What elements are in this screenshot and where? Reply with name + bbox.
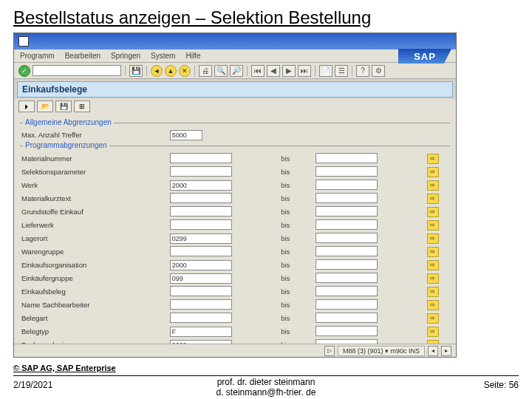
from-input[interactable] (170, 166, 232, 177)
to-input[interactable] (316, 206, 378, 216)
to-input[interactable] (316, 259, 378, 270)
multi-select-icon[interactable]: ⇨ (427, 154, 439, 164)
from-input[interactable] (170, 193, 232, 203)
status-nav-right-icon[interactable]: ▸ (441, 346, 451, 356)
multi-select-icon[interactable]: ⇨ (427, 220, 439, 231)
variant-save-icon[interactable]: 💾 (55, 100, 72, 112)
multi-select-icon[interactable]: ⇨ (427, 247, 439, 257)
help-icon[interactable]: ? (356, 65, 369, 77)
new-session-icon[interactable]: 📄 (319, 65, 332, 77)
to-input[interactable] (316, 313, 378, 323)
first-page-icon[interactable]: ⏮ (251, 65, 265, 77)
multi-select-icon[interactable]: ⇨ (427, 340, 439, 344)
command-field[interactable] (33, 65, 121, 76)
field-label: Buchungskreis (20, 338, 168, 344)
selection-row: Selektionsparameterbis⇨ (20, 166, 450, 178)
multi-select-icon[interactable]: ⇨ (427, 300, 439, 310)
to-input[interactable] (316, 286, 378, 296)
bis-label: bis (279, 152, 314, 165)
from-input[interactable]: 099 (170, 273, 232, 284)
multi-select-icon[interactable]: ⇨ (427, 167, 439, 177)
field-label: Selektionsparameter (20, 166, 168, 178)
dynamic-sel-icon[interactable]: ⊞ (74, 100, 90, 112)
max-hits-input[interactable]: 5000 (170, 130, 202, 140)
from-input[interactable]: 0299 (170, 233, 232, 244)
to-input[interactable] (316, 299, 378, 310)
bis-label: bis (279, 192, 314, 205)
multi-select-icon[interactable]: ⇨ (427, 287, 439, 297)
bis-label: bis (279, 338, 314, 344)
execute-icon[interactable]: ⏵ (18, 100, 35, 112)
find-icon[interactable]: 🔍 (214, 65, 228, 77)
multi-select-icon[interactable]: ⇨ (427, 233, 439, 244)
field-label: Name Sachbearbeiter (20, 299, 168, 311)
from-input[interactable]: 0099 (170, 340, 232, 344)
screen-title: Einkaufsbelege (17, 81, 453, 98)
from-input[interactable] (170, 246, 232, 256)
to-input[interactable] (316, 326, 378, 336)
multi-select-icon[interactable]: ⇨ (427, 194, 439, 204)
row-max-hits: Max. Anzahl Treffer 5000 (20, 129, 450, 140)
status-server: M88 (3) (901) ▾ m90c INS (338, 346, 425, 356)
prev-page-icon[interactable]: ◀ (267, 65, 280, 77)
last-page-icon[interactable]: ⏭ (298, 65, 311, 77)
multi-select-icon[interactable]: ⇨ (427, 327, 439, 337)
selection-row: Buchungskreis0099bis⇨ (20, 338, 450, 344)
menu-system[interactable]: System (151, 52, 175, 60)
selection-row: Lieferwerkbis⇨ (20, 219, 450, 231)
selection-row: Belegartbis⇨ (20, 312, 450, 324)
shortcut-icon[interactable]: ☰ (335, 65, 348, 77)
from-input[interactable] (170, 286, 232, 296)
status-msg-icon[interactable]: ▷ (324, 346, 335, 356)
multi-select-icon[interactable]: ⇨ (427, 260, 439, 270)
selection-row: Grundstoffe Einkaufbis⇨ (20, 205, 450, 218)
enter-icon[interactable]: ✓ (18, 65, 30, 77)
bis-label: bis (279, 219, 314, 231)
from-input[interactable] (170, 219, 232, 230)
selection-row: Materialnummerbis⇨ (20, 152, 450, 165)
menu-edit[interactable]: Bearbeiten (65, 52, 100, 60)
status-nav-left-icon[interactable]: ◂ (428, 346, 438, 356)
multi-select-icon[interactable]: ⇨ (427, 313, 439, 324)
group-program: Programmabgrenzungen Materialnummerbis⇨S… (20, 146, 450, 344)
to-input[interactable] (316, 193, 378, 203)
to-input[interactable] (316, 339, 378, 344)
find-next-icon[interactable]: 🔎 (230, 65, 243, 77)
from-input[interactable] (170, 206, 232, 216)
bis-label: bis (279, 259, 314, 271)
exit-icon[interactable]: ▲ (165, 65, 177, 77)
field-label: Belegtyp (20, 325, 168, 338)
to-input[interactable] (316, 233, 378, 243)
to-input[interactable] (316, 180, 378, 190)
selection-row: Materialkurztextbis⇨ (20, 192, 450, 205)
from-input[interactable]: 2000 (170, 260, 232, 270)
menu-help[interactable]: Hilfe (185, 52, 200, 60)
layout-icon[interactable]: ⚙ (372, 65, 385, 77)
from-input[interactable] (170, 153, 232, 163)
to-input[interactable] (316, 219, 378, 230)
print-icon[interactable]: 🖨 (199, 65, 212, 77)
sap-logo: SAP (398, 49, 451, 64)
cancel-icon[interactable]: ✕ (179, 65, 191, 77)
variant-get-icon[interactable]: 📂 (37, 100, 53, 112)
menu-program[interactable]: Programm (20, 52, 55, 60)
from-input[interactable]: F (170, 327, 232, 337)
multi-select-icon[interactable]: ⇨ (427, 273, 439, 284)
to-input[interactable] (316, 273, 378, 283)
back-icon[interactable]: ◄ (151, 65, 163, 77)
to-input[interactable] (316, 166, 378, 177)
bis-label: bis (279, 179, 314, 191)
next-page-icon[interactable]: ▶ (282, 65, 296, 77)
to-input[interactable] (316, 246, 378, 256)
menu-goto[interactable]: Springen (111, 52, 140, 60)
save-icon[interactable]: 💾 (129, 65, 143, 77)
statusbar: ▷ M88 (3) (901) ▾ m90c INS ◂ ▸ (14, 344, 456, 357)
from-input[interactable] (170, 299, 232, 310)
to-input[interactable] (316, 153, 378, 163)
multi-select-icon[interactable]: ⇨ (427, 207, 439, 217)
from-input[interactable] (170, 313, 232, 323)
multi-select-icon[interactable]: ⇨ (427, 180, 439, 191)
standard-toolbar: ✓ 💾 ◄ ▲ ✕ 🖨 🔍 🔎 ⏮ ◀ ▶ ⏭ 📄 ☰ ? ⚙ (14, 63, 456, 79)
field-label: Lieferwerk (20, 219, 168, 231)
from-input[interactable]: 2000 (170, 180, 232, 191)
